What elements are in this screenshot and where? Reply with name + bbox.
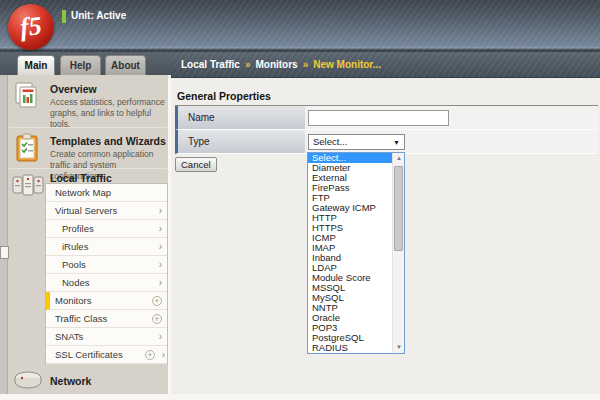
- name-input[interactable]: [308, 110, 449, 126]
- sidebar-item-label: Nodes: [62, 277, 89, 288]
- dropdown-option[interactable]: Diameter: [308, 163, 392, 173]
- chevron-right-icon: [159, 277, 162, 288]
- dropdown-option[interactable]: Inband: [308, 253, 392, 263]
- top-header: f5 Unit: Active: [0, 0, 600, 52]
- sidebar-item-network-map[interactable]: Network Map: [46, 184, 167, 202]
- chevron-right-icon: [159, 259, 162, 270]
- dropdown-option[interactable]: Module Score: [308, 273, 392, 283]
- tab-main[interactable]: Main: [17, 55, 55, 75]
- local-traffic-menu: Network Map Virtual Servers Profiles iRu…: [45, 183, 168, 364]
- dropdown-option[interactable]: IMAP: [308, 243, 392, 253]
- dropdown-option[interactable]: External: [308, 173, 392, 183]
- f5-logo-text: f5: [19, 11, 44, 43]
- chevron-down-icon: [393, 139, 400, 146]
- type-label: Type: [188, 136, 210, 147]
- breadcrumb-separator: »: [245, 59, 251, 70]
- scroll-up-icon[interactable]: [393, 153, 405, 164]
- tab-about[interactable]: About: [105, 55, 146, 75]
- overview-description: Access statistics, performance graphs, a…: [50, 97, 166, 130]
- type-label-cell: Type: [178, 130, 305, 153]
- section-title: General Properties: [177, 90, 271, 102]
- sidebar-collapse-handle[interactable]: [0, 246, 9, 259]
- sidebar-item-ssl-certificates[interactable]: SSL Certificates: [46, 346, 167, 364]
- dropdown-option[interactable]: Oracle: [308, 313, 392, 323]
- dropdown-option[interactable]: FirePass: [308, 183, 392, 193]
- clipboard-wizard-icon: [14, 133, 40, 163]
- general-properties-table: Name Type Select...: [175, 106, 598, 154]
- unit-status-label: Unit: Active: [71, 10, 126, 21]
- dropdown-option[interactable]: POP3: [308, 323, 392, 333]
- sidebar: Overview Access statistics, performance …: [0, 75, 168, 400]
- sidebar-item-label: Monitors: [55, 295, 91, 306]
- add-traffic-class-icon[interactable]: [152, 314, 162, 324]
- breadcrumb-separator: »: [303, 59, 309, 70]
- chevron-right-icon: [159, 205, 162, 216]
- dropdown-option[interactable]: HTTPS: [308, 223, 392, 233]
- tab-help[interactable]: Help: [60, 55, 101, 75]
- name-label: Name: [188, 112, 215, 123]
- tab-strip: Main Help About: [0, 52, 171, 75]
- name-row: Name: [175, 106, 598, 130]
- network-device-icon: [13, 368, 43, 390]
- sidebar-item-profiles[interactable]: Profiles: [46, 220, 167, 238]
- sidebar-item-monitors[interactable]: Monitors: [46, 292, 167, 310]
- dropdown-option[interactable]: ICMP: [308, 233, 392, 243]
- dropdown-option[interactable]: FTP: [308, 193, 392, 203]
- type-select[interactable]: Select...: [308, 134, 405, 150]
- f5-bigip-window: f5 Unit: Active Main Help About Local Tr…: [0, 0, 600, 400]
- sidebar-item-label: Network Map: [55, 187, 111, 198]
- add-ssl-certificate-icon[interactable]: [145, 350, 155, 360]
- status-green-bar-icon: [62, 10, 66, 23]
- sidebar-item-virtual-servers[interactable]: Virtual Servers: [46, 202, 167, 220]
- sidebar-item-label: Traffic Class: [55, 313, 107, 324]
- name-value-cell: [305, 106, 598, 129]
- local-traffic-servers-icon: [11, 171, 45, 199]
- main-content: General Properties Name Type Select...: [171, 78, 600, 400]
- dropdown-option[interactable]: HTTP: [308, 213, 392, 223]
- scrollbar-thumb[interactable]: [394, 166, 403, 251]
- dropdown-option[interactable]: RADIUS: [308, 343, 392, 353]
- page-bottom-strip: [0, 394, 600, 400]
- dropdown-option[interactable]: Gateway ICMP: [308, 203, 392, 213]
- dropdown-option[interactable]: PostgreSQL: [308, 333, 392, 343]
- sidebar-item-traffic-class[interactable]: Traffic Class: [46, 310, 167, 328]
- sidebar-item-label: SNATs: [55, 331, 83, 342]
- dropdown-option[interactable]: MSSQL: [308, 283, 392, 293]
- dropdown-option[interactable]: LDAP: [308, 263, 392, 273]
- f5-logo: f5: [8, 4, 54, 50]
- sidebar-item-label: SSL Certificates: [55, 349, 123, 360]
- sidebar-section-templates[interactable]: Templates and Wizards: [50, 135, 166, 147]
- type-value-cell: Select...: [305, 130, 598, 153]
- dropdown-options: Select... Diameter External FirePass FTP…: [308, 153, 392, 353]
- chevron-right-icon: [159, 331, 162, 342]
- dropdown-option[interactable]: Select...: [308, 153, 392, 163]
- sidebar-item-irules[interactable]: iRules: [46, 238, 167, 256]
- dropdown-option[interactable]: NNTP: [308, 303, 392, 313]
- dropdown-option[interactable]: MySQL: [308, 293, 392, 303]
- sidebar-section-network[interactable]: Network: [50, 375, 91, 387]
- add-monitor-icon[interactable]: [152, 296, 162, 306]
- sidebar-divider: [9, 168, 167, 169]
- sidebar-item-nodes[interactable]: Nodes: [46, 274, 167, 292]
- sidebar-item-label: Virtual Servers: [55, 205, 117, 216]
- breadcrumb-item-local-traffic[interactable]: Local Traffic: [181, 59, 240, 70]
- dropdown-scrollbar[interactable]: [392, 153, 404, 353]
- sidebar-divider: [9, 127, 167, 128]
- type-row: Type Select...: [175, 130, 598, 154]
- sidebar-item-pools[interactable]: Pools: [46, 256, 167, 274]
- sidebar-section-overview[interactable]: Overview: [50, 83, 97, 95]
- sidebar-item-label: iRules: [62, 241, 88, 252]
- type-select-value: Select...: [313, 136, 347, 147]
- sidebar-item-snats[interactable]: SNATs: [46, 328, 167, 346]
- breadcrumb-item-monitors[interactable]: Monitors: [255, 59, 297, 70]
- name-label-cell: Name: [178, 106, 305, 129]
- overview-reports-icon: [13, 81, 41, 109]
- cancel-button[interactable]: Cancel: [175, 157, 217, 172]
- sidebar-item-label: Profiles: [62, 223, 94, 234]
- scroll-down-icon[interactable]: [393, 342, 405, 353]
- chevron-right-icon: [159, 223, 162, 234]
- sidebar-collapse-rail: [0, 75, 8, 400]
- breadcrumb: Local Traffic » Monitors » New Monitor..…: [171, 52, 600, 78]
- chevron-right-icon: [162, 349, 165, 360]
- chevron-right-icon: [159, 241, 162, 252]
